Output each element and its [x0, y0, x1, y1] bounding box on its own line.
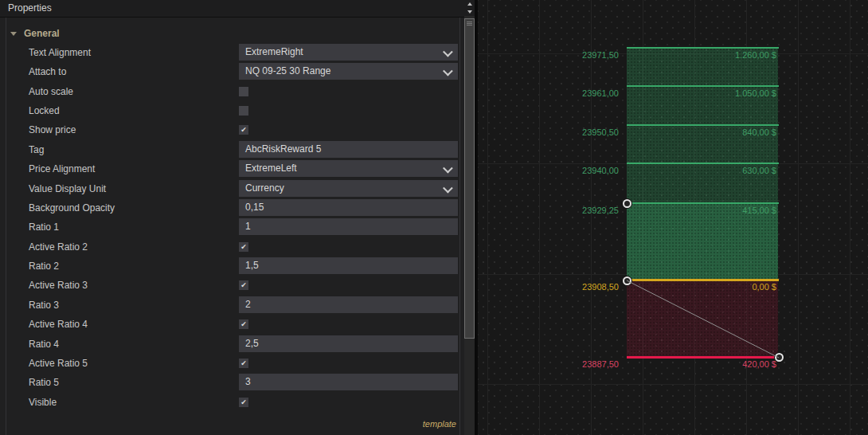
chevron-down-icon [443, 163, 453, 174]
text-input-value: 3 [245, 374, 251, 390]
checkbox-active-ratio-3[interactable]: ✔ [239, 280, 248, 290]
target-ratio-2-5-value-label: 1.050,00 $ [735, 88, 776, 98]
text-input-value: 2,5 [245, 335, 259, 352]
property-label: Active Ratio 2 [29, 237, 88, 257]
text-input-ratio-5[interactable]: 3 [239, 374, 458, 390]
properties-panel: Properties General Text AlignmentExtreme… [0, 0, 464, 435]
target-ratio-3-value-label: 1.260,00 $ [735, 50, 776, 60]
scroll-up-button[interactable] [464, 0, 475, 8]
property-label: Value Display Unit [29, 179, 106, 198]
section-label: General [24, 28, 60, 39]
entry-line[interactable] [627, 279, 779, 281]
chevron-down-icon [443, 47, 453, 57]
stop-value-label: 420,00 $ [742, 359, 776, 369]
scroll-down-button[interactable] [464, 8, 475, 16]
text-input-value: 1,5 [245, 257, 259, 274]
property-label: Active Ratio 5 [29, 354, 88, 373]
text-input-ratio-2[interactable]: 1,5 [239, 257, 458, 274]
dropdown-value-display-unit[interactable]: Currency [239, 180, 458, 197]
target-ratio-3-line[interactable] [627, 47, 779, 49]
section-header-general[interactable]: General [10, 27, 60, 40]
property-label: Ratio 4 [29, 335, 59, 354]
text-input-tag[interactable]: AbcRiskReward 5 [239, 141, 458, 158]
text-input-value: 1 [245, 218, 251, 235]
checkbox-show-price[interactable]: ✔ [239, 125, 248, 135]
property-row-auto-scale: Auto scale [0, 82, 464, 101]
property-row-locked: Locked [0, 101, 464, 120]
property-row-active-ratio-2: Active Ratio 2✔ [0, 237, 464, 257]
property-row-tag: TagAbcRiskReward 5 [0, 140, 464, 159]
property-label: Text Alignment [29, 43, 91, 62]
entry-value-label: 0,00 $ [752, 282, 776, 292]
checkbox-active-ratio-4[interactable]: ✔ [239, 319, 248, 329]
target-ratio-1-5-value-label: 630,00 $ [742, 166, 776, 175]
property-label: Price Alignment [29, 159, 95, 178]
dropdown-value: ExtremeLeft [245, 160, 297, 177]
property-row-ratio-4: Ratio 42,5 [0, 335, 464, 354]
property-label: Ratio 1 [29, 217, 59, 237]
text-input-ratio-1[interactable]: 1 [239, 218, 458, 235]
property-row-ratio-3: Ratio 32 [0, 296, 464, 315]
text-input-background-opacity[interactable]: 0,15 [239, 199, 458, 216]
property-row-show-price: Show price✔ [0, 120, 464, 139]
target-ratio-1-5-line[interactable] [627, 163, 779, 164]
target-ratio-1-line[interactable] [627, 202, 779, 204]
property-row-active-ratio-3: Active Ratio 3✔ [0, 276, 464, 295]
property-row-price-alignment: Price AlignmentExtremeLeft [0, 159, 464, 178]
chart-area[interactable]: 23929,25415,00 $23940,00630,00 $23950,50… [478, 0, 868, 435]
checkbox-auto-scale[interactable] [239, 87, 248, 96]
thumb-grip-icon [465, 22, 474, 25]
target-ratio-2-line[interactable] [627, 124, 779, 126]
scroll-down-icon [467, 10, 472, 14]
panel-title: Properties [8, 2, 52, 14]
dropdown-price-alignment[interactable]: ExtremeLeft [239, 160, 458, 177]
property-label: Visible [29, 393, 57, 412]
panel-scrollbar[interactable] [464, 0, 475, 435]
target-ratio-2-5-price-label: 23961,00 [582, 88, 619, 98]
entry-price-label: 23908,50 [582, 282, 619, 292]
property-row-active-ratio-5: Active Ratio 5✔ [0, 354, 464, 373]
checkbox-locked[interactable] [239, 106, 248, 116]
property-label: Ratio 5 [29, 373, 59, 392]
entry-anchor[interactable] [623, 276, 631, 285]
property-row-visible: Visible✔ [0, 393, 464, 412]
section-expander-icon[interactable] [10, 32, 17, 36]
property-row-background-opacity: Background Opacity0,15 [0, 198, 464, 217]
property-row-ratio-1: Ratio 11 [0, 217, 464, 237]
property-label: Background Opacity [29, 198, 115, 217]
dropdown-attach-to[interactable]: NQ 09-25 30 Range [239, 63, 458, 80]
stop-anchor[interactable] [775, 353, 784, 362]
properties-titlebar[interactable]: Properties [0, 0, 464, 18]
text-input-ratio-4[interactable]: 2,5 [239, 335, 458, 352]
scroll-up-icon [467, 2, 472, 6]
checkbox-active-ratio-5[interactable]: ✔ [239, 359, 248, 368]
target-ratio-2-5-line[interactable] [627, 85, 779, 87]
target1-anchor[interactable] [623, 199, 631, 208]
property-row-attach-to: Attach toNQ 09-25 30 Range [0, 62, 464, 81]
property-label: Active Ratio 4 [29, 315, 88, 334]
property-row-ratio-5: Ratio 53 [0, 373, 464, 392]
stop-line[interactable] [627, 356, 779, 359]
target-ratio-2-price-label: 23950,50 [582, 127, 619, 137]
property-label: Auto scale [29, 82, 73, 101]
template-link[interactable]: template [423, 419, 456, 429]
gridline-vertical [798, 0, 799, 435]
app-window: Properties General Text AlignmentExtreme… [0, 0, 868, 435]
property-row-text-alignment: Text AlignmentExtremeRight [0, 43, 464, 62]
text-input-ratio-3[interactable]: 2 [239, 296, 458, 313]
property-row-value-display-unit: Value Display UnitCurrency [0, 179, 464, 198]
property-label: Attach to [29, 62, 66, 81]
property-label: Ratio 2 [29, 257, 59, 276]
checkbox-visible[interactable]: ✔ [239, 398, 248, 407]
scrollbar-thumb[interactable] [464, 18, 475, 339]
dropdown-value: NQ 09-25 30 Range [245, 63, 330, 80]
text-input-value: 2 [245, 296, 251, 313]
chevron-down-icon [443, 66, 453, 76]
target-ratio-1-value-label: 415,00 $ [742, 206, 776, 215]
property-label: Ratio 3 [29, 296, 59, 315]
gridline-vertical [539, 0, 540, 435]
checkbox-active-ratio-2[interactable]: ✔ [239, 242, 248, 252]
dropdown-text-alignment[interactable]: ExtremeRight [239, 44, 458, 61]
text-input-value: AbcRiskReward 5 [245, 141, 321, 158]
dropdown-value: ExtremeRight [245, 44, 303, 61]
